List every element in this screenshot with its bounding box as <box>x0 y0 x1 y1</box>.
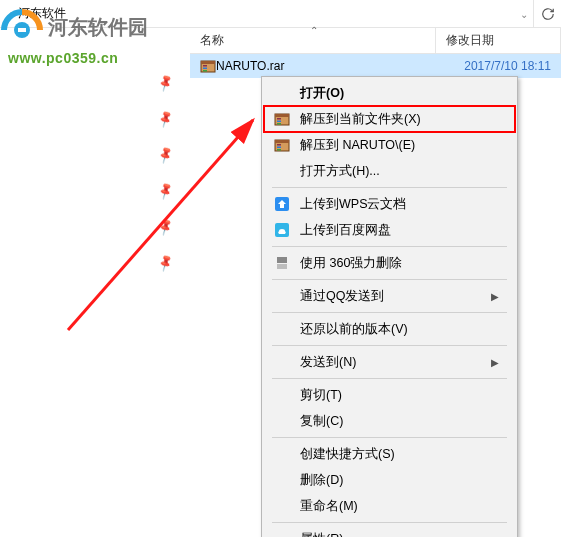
pin-icon: 📌 <box>156 109 176 129</box>
pin-icon: 📌 <box>156 145 176 165</box>
sort-caret-icon: ⌃ <box>310 25 318 36</box>
pin-icon: 📌 <box>156 181 176 201</box>
svg-rect-19 <box>277 257 287 263</box>
menu-open[interactable]: 打开(O) <box>264 80 515 106</box>
menu-separator <box>272 187 507 188</box>
menu-properties[interactable]: 属性(R) <box>264 526 515 537</box>
watermark-url: www.pc0359.cn <box>8 50 118 66</box>
baidu-icon <box>272 220 292 240</box>
column-date[interactable]: 修改日期 <box>436 28 561 53</box>
menu-extract-to[interactable]: 解压到 NARUTO\(E) <box>264 132 515 158</box>
menu-delete[interactable]: 删除(D) <box>264 467 515 493</box>
rar-icon <box>200 58 216 74</box>
menu-label: 使用 360强力删除 <box>300 255 499 272</box>
menu-label: 打开方式(H)... <box>300 163 499 180</box>
svg-rect-13 <box>275 140 289 143</box>
menu-separator <box>272 246 507 247</box>
refresh-button[interactable] <box>533 0 561 28</box>
svg-rect-16 <box>277 149 281 151</box>
menu-separator <box>272 345 507 346</box>
menu-label: 上传到百度网盘 <box>300 222 499 239</box>
menu-label: 复制(C) <box>300 413 499 430</box>
logo-icon <box>0 8 44 52</box>
menu-baidu-upload[interactable]: 上传到百度网盘 <box>264 217 515 243</box>
menu-separator <box>272 312 507 313</box>
menu-label: 解压到 NARUTO\(E) <box>300 137 499 154</box>
quick-access-pane: 河东软件园 www.pc0359.cn 📌 📌 📌 📌 📌 📌 <box>0 28 190 537</box>
menu-label: 剪切(T) <box>300 387 499 404</box>
wps-icon <box>272 194 292 214</box>
svg-rect-15 <box>277 147 281 149</box>
svg-rect-10 <box>277 121 281 123</box>
menu-extract-here[interactable]: 解压到当前文件夹(X) <box>264 106 515 132</box>
svg-rect-1 <box>18 28 26 32</box>
menu-cut[interactable]: 剪切(T) <box>264 382 515 408</box>
svg-rect-4 <box>203 65 207 67</box>
file-row-selected[interactable]: NARUTO.rar 2017/7/10 18:11 <box>190 54 561 78</box>
menu-send-to[interactable]: 发送到(N) ▶ <box>264 349 515 375</box>
menu-prev-versions[interactable]: 还原以前的版本(V) <box>264 316 515 342</box>
menu-label: 发送到(N) <box>300 354 491 371</box>
menu-label: 删除(D) <box>300 472 499 489</box>
columns-header[interactable]: ⌃ 名称 修改日期 <box>190 28 561 54</box>
menu-open-with[interactable]: 打开方式(H)... <box>264 158 515 184</box>
file-name: NARUTO.rar <box>216 59 284 73</box>
pin-column: 📌 📌 📌 📌 📌 📌 <box>158 76 173 270</box>
svg-rect-6 <box>203 70 207 72</box>
shred-icon <box>272 253 292 273</box>
menu-qq-send[interactable]: 通过QQ发送到 ▶ <box>264 283 515 309</box>
pin-icon: 📌 <box>156 253 176 273</box>
pin-icon: 📌 <box>156 217 176 237</box>
menu-separator <box>272 279 507 280</box>
svg-rect-8 <box>275 114 289 117</box>
menu-label: 还原以前的版本(V) <box>300 321 499 338</box>
svg-rect-11 <box>277 123 281 125</box>
menu-rename[interactable]: 重命名(M) <box>264 493 515 519</box>
svg-rect-14 <box>277 144 281 146</box>
menu-separator <box>272 522 507 523</box>
menu-label: 通过QQ发送到 <box>300 288 491 305</box>
menu-label: 打开(O) <box>300 85 499 102</box>
menu-copy[interactable]: 复制(C) <box>264 408 515 434</box>
chevron-right-icon: ▶ <box>491 357 499 368</box>
svg-rect-3 <box>201 61 215 64</box>
rar-icon <box>272 109 292 129</box>
menu-separator <box>272 378 507 379</box>
watermark-title: 河东软件园 <box>48 16 148 38</box>
menu-wps-upload[interactable]: 上传到WPS云文档 <box>264 191 515 217</box>
menu-label: 重命名(M) <box>300 498 499 515</box>
menu-label: 解压到当前文件夹(X) <box>300 111 499 128</box>
file-date: 2017/7/10 18:11 <box>464 59 561 73</box>
rar-icon <box>272 135 292 155</box>
watermark-logo: 河东软件园 <box>0 8 148 52</box>
menu-360-shred[interactable]: 使用 360强力删除 <box>264 250 515 276</box>
breadcrumb-dropdown[interactable]: ⌄ <box>515 0 533 28</box>
menu-separator <box>272 437 507 438</box>
pin-icon: 📌 <box>156 73 176 93</box>
svg-rect-9 <box>277 118 281 120</box>
context-menu: 打开(O) 解压到当前文件夹(X) 解压到 NARUTO\(E) 打开方式(H)… <box>261 76 518 537</box>
svg-rect-5 <box>203 68 207 70</box>
menu-label: 属性(R) <box>300 531 499 538</box>
menu-create-shortcut[interactable]: 创建快捷方式(S) <box>264 441 515 467</box>
chevron-right-icon: ▶ <box>491 291 499 302</box>
menu-label: 上传到WPS云文档 <box>300 196 499 213</box>
refresh-icon <box>541 7 555 21</box>
menu-label: 创建快捷方式(S) <box>300 446 499 463</box>
